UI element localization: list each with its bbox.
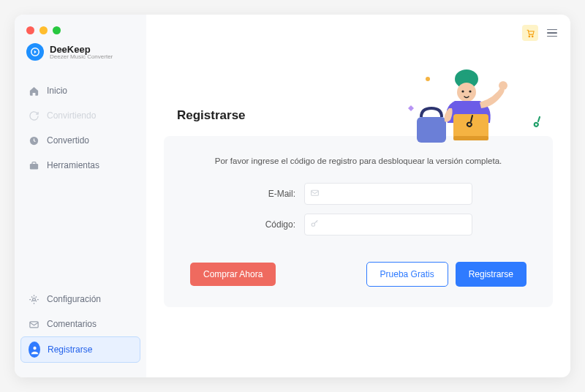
maximize-window-button[interactable]: [53, 26, 61, 34]
svg-point-12: [461, 90, 464, 92]
sidebar-item-inicio[interactable]: Inicio: [20, 78, 140, 103]
envelope-icon: [28, 318, 39, 330]
svg-point-11: [457, 83, 476, 102]
buy-now-button[interactable]: Comprar Ahora: [190, 263, 276, 286]
nav-main: Inicio Convirtiendo Convertido Herramien…: [15, 72, 146, 287]
action-row: Comprar Ahora Prueba Gratis Registrarse: [190, 262, 526, 287]
sidebar-item-label: Inicio: [47, 86, 67, 96]
register-card: Por favor ingrese el código de registro …: [164, 136, 553, 307]
nav-bottom: Configuración Comentarios Registrarse: [15, 287, 146, 369]
main-content: Registrarse Por favor ingrese el código …: [146, 15, 570, 377]
card-message: Por favor ingrese el código de registro …: [190, 157, 526, 165]
email-label: E-Mail:: [244, 189, 295, 199]
sidebar-item-herramientas[interactable]: Herramientas: [20, 153, 140, 178]
brand-logo-icon: [26, 43, 44, 61]
svg-point-13: [469, 90, 471, 92]
app-window: DeeKeep Deezer Music Converter Inicio Co…: [15, 15, 570, 377]
sidebar-item-convertido[interactable]: Convertido: [20, 128, 140, 153]
email-row: E-Mail:: [190, 183, 526, 205]
svg-point-8: [426, 77, 430, 81]
refresh-icon: [28, 110, 39, 121]
svg-rect-2: [29, 164, 37, 170]
svg-point-6: [529, 36, 530, 37]
brand-name: DeeKeep: [50, 45, 113, 54]
svg-rect-9: [417, 117, 446, 143]
code-field[interactable]: [304, 214, 472, 235]
sidebar-item-label: Comentarios: [47, 319, 97, 329]
cart-button[interactable]: [522, 25, 538, 41]
cart-icon: [526, 29, 535, 38]
sidebar-item-label: Convertido: [47, 135, 89, 146]
sidebar-item-registrarse[interactable]: Registrarse: [20, 336, 140, 363]
brand: DeeKeep Deezer Music Converter: [15, 43, 146, 72]
minimize-window-button[interactable]: [39, 26, 48, 34]
svg-point-3: [32, 298, 35, 301]
svg-rect-16: [453, 136, 488, 140]
sidebar-item-label: Configuración: [47, 294, 101, 304]
brand-subtitle: Deezer Music Converter: [50, 54, 113, 60]
topbar: [522, 25, 557, 41]
svg-point-14: [499, 81, 507, 90]
key-icon: [310, 218, 320, 231]
email-field[interactable]: [304, 183, 472, 205]
code-row: Código:: [190, 214, 526, 235]
sidebar-item-label: Convirtiendo: [47, 110, 96, 121]
sidebar-item-comentarios[interactable]: Comentarios: [20, 312, 140, 336]
close-window-button[interactable]: [26, 26, 34, 34]
free-trial-button[interactable]: Prueba Gratis: [366, 262, 448, 287]
envelope-icon: [310, 187, 320, 200]
menu-button[interactable]: [547, 29, 557, 37]
window-controls: [15, 23, 146, 43]
svg-rect-4: [29, 321, 37, 327]
home-icon: [28, 85, 39, 97]
gear-icon: [28, 293, 39, 305]
sidebar-item-convirtiendo: Convirtiendo: [20, 103, 140, 128]
svg-rect-17: [312, 190, 319, 195]
clock-icon: [28, 135, 39, 146]
user-icon: [29, 344, 40, 355]
svg-point-7: [532, 36, 533, 37]
sidebar-item-label: Herramientas: [47, 160, 99, 170]
toolbox-icon: [28, 159, 39, 171]
svg-point-5: [33, 346, 37, 350]
svg-point-18: [312, 223, 314, 226]
hero-illustration: [402, 66, 548, 154]
sidebar-item-label: Registrarse: [48, 344, 92, 355]
sidebar-item-configuracion[interactable]: Configuración: [20, 287, 140, 312]
register-button[interactable]: Registrarse: [456, 262, 526, 287]
sidebar: DeeKeep Deezer Music Converter Inicio Co…: [15, 15, 146, 377]
code-label: Código:: [244, 219, 295, 230]
